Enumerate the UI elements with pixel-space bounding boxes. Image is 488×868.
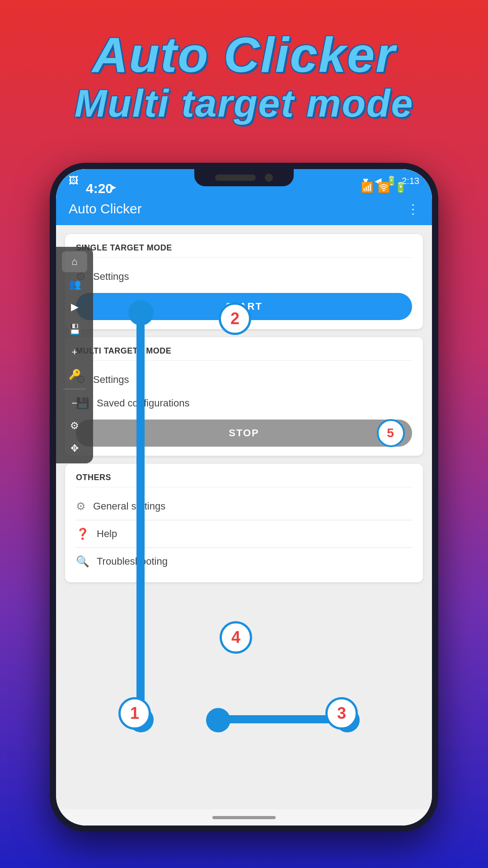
blue-vertical-line-1 xyxy=(136,305,145,721)
screen-content: 🖼 ▼ ◀ 🔋 2:13 Auto Clicker ⋮ SINGLE TARGE… xyxy=(56,169,432,826)
location-icon: ➤ xyxy=(108,182,117,193)
side-settings-icon: ⚙ xyxy=(70,420,79,432)
number-circle-1: 1 xyxy=(118,697,151,730)
general-settings-label: General settings xyxy=(93,500,165,512)
side-play-btn[interactable]: ▶ xyxy=(62,297,87,317)
stop-badge-5: 5 xyxy=(377,419,405,447)
troubleshoot-icon: 🔍 xyxy=(76,555,89,568)
side-minus-btn[interactable]: − xyxy=(62,393,87,414)
phone-notch xyxy=(194,169,294,186)
camera xyxy=(265,174,273,182)
wifi-icon: 🛜 xyxy=(378,182,390,193)
battery-icon: 🔋 xyxy=(394,182,407,193)
troubleshooting-label: Troubleshooting xyxy=(97,556,168,567)
toolbar-menu-button[interactable]: ⋮ xyxy=(407,202,419,217)
side-minus-icon: − xyxy=(72,397,78,409)
stop-button-label: STOP xyxy=(229,427,259,439)
multi-target-title: MULTI TARGETS MODE xyxy=(76,346,412,361)
multi-settings-label: Settings xyxy=(93,374,129,386)
troubleshooting-item[interactable]: 🔍 Troubleshooting xyxy=(76,550,412,573)
side-save-btn[interactable]: 💾 xyxy=(62,319,87,340)
multi-settings-item[interactable]: ⚙ Settings xyxy=(76,368,412,392)
main-area: SINGLE TARGET MODE ⚙ Settings START MULT… xyxy=(56,225,432,599)
help-icon: ❓ xyxy=(76,528,89,540)
status-left: 🖼 xyxy=(69,175,79,187)
number-circle-2: 2 xyxy=(219,302,251,335)
side-toolbar: ⌂ 👥 ▶ 💾 + 🔑 − xyxy=(56,247,93,463)
multi-target-card: MULTI TARGETS MODE ⚙ Settings 💾 Saved co… xyxy=(65,337,423,456)
side-save-icon: 💾 xyxy=(69,324,81,335)
app-title: Auto Clicker xyxy=(69,201,142,217)
header-section: Auto Clicker Multi target mode xyxy=(0,0,488,125)
side-home-icon: ⌂ xyxy=(71,256,77,268)
side-move-btn[interactable]: ✥ xyxy=(62,438,87,459)
outer-icons: 📶 🛜 🔋 xyxy=(361,182,407,193)
side-move-icon: ✥ xyxy=(70,443,79,454)
side-key-icon: 🔑 xyxy=(69,369,81,381)
side-settings-btn[interactable]: ⚙ xyxy=(62,415,87,436)
stop-button[interactable]: STOP 5 xyxy=(76,420,412,447)
side-play-icon: ▶ xyxy=(71,301,79,313)
side-plus-btn[interactable]: + xyxy=(62,342,87,363)
header-line1: Auto Clicker xyxy=(0,27,488,82)
speaker xyxy=(215,175,256,181)
number-circle-4: 4 xyxy=(220,621,252,654)
phone-screen: 🖼 ▼ ◀ 🔋 2:13 Auto Clicker ⋮ SINGLE TARGE… xyxy=(56,169,432,826)
others-card: OTHERS ⚙ General settings ❓ Help 🔍 Troub… xyxy=(65,464,423,582)
side-home-btn[interactable]: ⌂ xyxy=(62,251,87,272)
single-target-title: SINGLE TARGET MODE xyxy=(76,243,412,258)
bottom-bar xyxy=(56,809,432,826)
help-item[interactable]: ❓ Help xyxy=(76,522,412,546)
saved-config-item[interactable]: 💾 Saved configurations xyxy=(76,392,412,415)
signal-icon: 📶 xyxy=(361,182,373,193)
app-toolbar: Auto Clicker ⋮ xyxy=(56,193,432,225)
blue-dot-top xyxy=(128,300,154,326)
single-settings-label: Settings xyxy=(93,271,129,283)
help-label: Help xyxy=(97,528,117,540)
side-key-btn[interactable]: 🔑 xyxy=(62,364,87,385)
general-settings-item[interactable]: ⚙ General settings xyxy=(76,495,412,518)
divider-2 xyxy=(76,547,412,548)
side-plus-icon: + xyxy=(72,346,78,358)
header-line2: Multi target mode xyxy=(0,82,488,125)
phone-frame: 4:20 ➤ 📶 🛜 🔋 🖼 ▼ ◀ 🔋 2:13 xyxy=(50,163,438,832)
single-settings-item[interactable]: ⚙ Settings xyxy=(76,265,412,288)
number-circle-3: 3 xyxy=(325,697,358,730)
side-separator xyxy=(63,389,86,389)
side-people-btn[interactable]: 👥 xyxy=(62,274,87,295)
photo-icon: 🖼 xyxy=(69,175,79,187)
divider-1 xyxy=(76,520,412,520)
blue-dot-horiz-left xyxy=(206,708,230,732)
side-people-icon: 👥 xyxy=(69,278,81,290)
settings-icon-general: ⚙ xyxy=(76,500,86,513)
others-title: OTHERS xyxy=(76,473,412,487)
home-indicator xyxy=(212,816,276,819)
